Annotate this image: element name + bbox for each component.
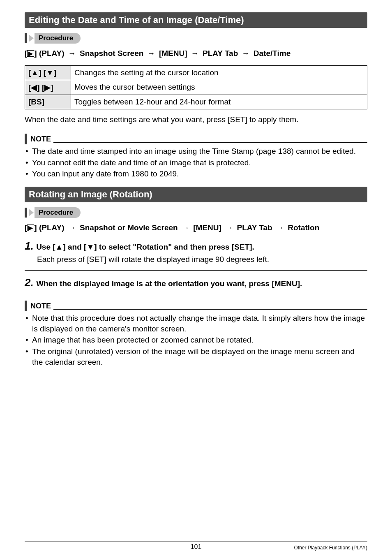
page: Editing the Date and Time of an Image (D…	[0, 0, 392, 558]
note-header: NOTE	[25, 301, 367, 311]
path-part-4: Rotation	[288, 223, 319, 232]
table-key: [BS]	[25, 95, 71, 109]
arrow-icon: →	[242, 48, 250, 60]
arrow-icon: →	[148, 48, 155, 60]
note-list-1: The date and time stamped into an image …	[25, 146, 367, 179]
table-row: [▲] [▼] Changes the setting at the curso…	[25, 65, 367, 80]
arrow-icon: →	[68, 48, 76, 60]
step-2-title: When the displayed image is at the orien…	[36, 279, 302, 288]
procedure-row: Procedure	[25, 33, 367, 44]
arrow-icon: →	[225, 222, 233, 234]
note-label: NOTE	[30, 135, 51, 144]
procedure-path-1: [▶] (PLAY) → Snapshot Screen → [MENU] → …	[25, 48, 367, 60]
note-bar-icon	[25, 301, 27, 311]
table-desc: Changes the setting at the cursor locati…	[71, 65, 367, 80]
path-part-0: ] (PLAY)	[34, 223, 64, 232]
procedure-label: Procedure	[35, 33, 81, 44]
arrow-icon: →	[182, 222, 189, 234]
table-desc: Moves the cursor between settings	[71, 80, 367, 95]
path-part-3: PLAY Tab	[237, 223, 272, 232]
footer-rule	[25, 541, 367, 542]
controls-table: [▲] [▼] Changes the setting at the curso…	[25, 65, 367, 109]
path-part-0: ] (PLAY)	[34, 49, 64, 58]
list-item: You can input any date from 1980 to 2049…	[25, 169, 367, 179]
play-icon: ▶	[27, 225, 34, 231]
list-item: You cannot edit the date and time of an …	[25, 157, 367, 168]
apply-text: When the date and time settings are what…	[25, 114, 367, 125]
step-number: 2.	[25, 276, 34, 289]
table-row: [BS] Toggles between 12-hour and 24-hour…	[25, 95, 367, 109]
table-row: [◀] [▶] Moves the cursor between setting…	[25, 80, 367, 95]
procedure-path-2: [▶] (PLAY) → Snapshot or Movie Screen → …	[25, 222, 367, 234]
path-part-1: Snapshot Screen	[80, 49, 143, 58]
list-item: Note that this procedure does not actual…	[25, 313, 367, 334]
table-key: [◀] [▶]	[25, 80, 71, 95]
step-1: 1. Use [▲] and [▼] to select "Rotation" …	[25, 240, 367, 265]
page-number: 101	[131, 543, 261, 551]
section-heading-date-time: Editing the Date and Time of an Image (D…	[25, 12, 367, 28]
arrow-icon: →	[68, 222, 76, 234]
step-divider	[25, 270, 367, 271]
list-item: An image that has been protected or zoom…	[25, 335, 367, 345]
step-1-body: Each press of [SET] will rotate the disp…	[37, 254, 367, 265]
footer: 101 Other Playback Functions (PLAY)	[25, 543, 367, 551]
procedure-bar-icon	[25, 33, 27, 43]
arrow-icon: →	[191, 48, 199, 60]
play-icon: ▶	[27, 50, 34, 57]
step-number: 1.	[25, 240, 34, 252]
step-2: 2. When the displayed image is at the or…	[25, 276, 367, 289]
note-header: NOTE	[25, 134, 367, 144]
note-rule	[53, 309, 367, 310]
path-part-3: PLAY Tab	[203, 49, 238, 58]
procedure-arrow-icon	[29, 35, 34, 42]
procedure-row: Procedure	[25, 207, 367, 218]
note-list-2: Note that this procedure does not actual…	[25, 313, 367, 367]
path-part-2: [MENU]	[193, 223, 221, 232]
note-rule	[53, 142, 367, 143]
arrow-icon: →	[276, 222, 284, 234]
procedure-arrow-icon	[29, 209, 34, 216]
table-key: [▲] [▼]	[25, 65, 71, 80]
path-part-2: [MENU]	[159, 49, 187, 58]
path-part-1: Snapshot or Movie Screen	[80, 223, 178, 232]
procedure-label: Procedure	[35, 207, 81, 218]
note-bar-icon	[25, 134, 27, 144]
list-item: The date and time stamped into an image …	[25, 146, 367, 157]
path-part-4: Date/Time	[254, 49, 291, 58]
section-heading-rotation: Rotating an Image (Rotation)	[25, 187, 367, 202]
footer-section: Other Playback Functions (PLAY)	[261, 545, 367, 551]
procedure-bar-icon	[25, 208, 27, 218]
note-label: NOTE	[30, 302, 51, 311]
table-desc: Toggles between 12-hour and 24-hour form…	[71, 95, 367, 109]
step-1-title: Use [▲] and [▼] to select "Rotation" and…	[36, 243, 254, 251]
list-item: The original (unrotated) version of the …	[25, 346, 367, 367]
